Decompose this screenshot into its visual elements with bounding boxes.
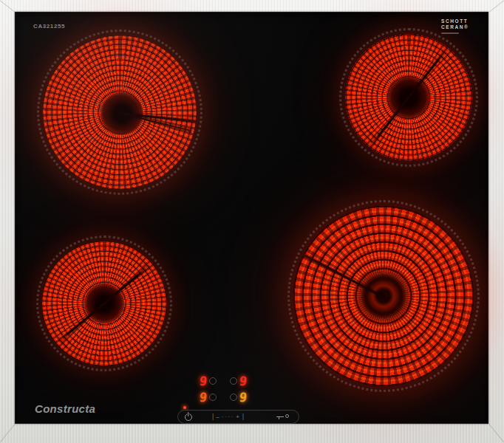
burner-front-left (42, 241, 166, 365)
heating-coil (42, 241, 166, 365)
cooktop: CA321255 SCHOTT CERAN® (0, 0, 504, 443)
coil-connector-line (59, 265, 150, 342)
zone-indicator-ring (209, 394, 217, 401)
zone-display-front-right: 9 (230, 390, 247, 405)
touch-control-strip: | – ···· + | (177, 410, 299, 424)
key-lock-icon (276, 416, 284, 417)
coil-hub (101, 92, 143, 135)
frame-corner-seam (0, 0, 15, 13)
power-level-digit: 9 (199, 374, 208, 388)
heating-coil (293, 206, 474, 386)
child-lock-button[interactable] (276, 413, 289, 420)
coil-glow (42, 241, 166, 365)
schott-logo-line1: SCHOTT (441, 18, 469, 24)
coil-hub (355, 267, 412, 325)
coil-connector-line (120, 112, 197, 123)
coil-connector-line (299, 252, 384, 298)
schott-logo-line2: CERAN® (441, 24, 469, 30)
strip-divider: | (242, 413, 244, 420)
heating-coil (345, 34, 472, 161)
zone-indicator-ring (230, 394, 237, 401)
power-level-digit: 9 (199, 391, 208, 404)
burner-rear-left (43, 35, 197, 189)
coil-glow (293, 206, 474, 386)
power-level-digit: 9 (239, 391, 248, 404)
power-indicator-led (183, 406, 186, 409)
zone-indicator-ring (230, 377, 237, 385)
zone-indicator-ring (209, 377, 217, 385)
burner-front-right (293, 206, 474, 386)
coil-hub (387, 76, 430, 119)
coil-glow (43, 35, 197, 189)
power-level-digit: 9 (239, 374, 248, 388)
slider-plus-label: + (236, 413, 240, 420)
zone-display-rear-right: 9 (230, 374, 247, 388)
frame-corner-seam (488, 424, 504, 443)
slider-dots: ···· (222, 414, 234, 419)
slider-minus-label: – (216, 413, 219, 420)
strip-divider: | (212, 413, 214, 420)
key-lock-icon (285, 414, 289, 418)
coil-hub (84, 284, 124, 323)
coil-glow (345, 34, 472, 161)
burner-rear-right (345, 34, 472, 161)
frame-corner-seam (0, 424, 16, 443)
standby-power-icon (188, 412, 189, 416)
power-button[interactable] (183, 412, 193, 422)
key-lock-icon (279, 417, 279, 419)
heating-coil (43, 35, 197, 189)
schott-ceran-logo: SCHOTT CERAN® (441, 18, 469, 34)
frame-corner-seam (489, 0, 504, 13)
zone-display-rear-left: 9 (200, 374, 217, 388)
brand-logo: Constructa (35, 402, 95, 415)
schott-logo-subtext (441, 32, 459, 34)
model-number-label: CA321255 (33, 23, 65, 30)
ceramic-glass-surface: CA321255 SCHOTT CERAN® (15, 12, 488, 424)
zone-display-front-left: 9 (200, 390, 217, 405)
coil-connector-line (370, 49, 446, 145)
power-slider[interactable]: – ···· + (216, 413, 239, 420)
coil-connector-line (120, 112, 192, 131)
